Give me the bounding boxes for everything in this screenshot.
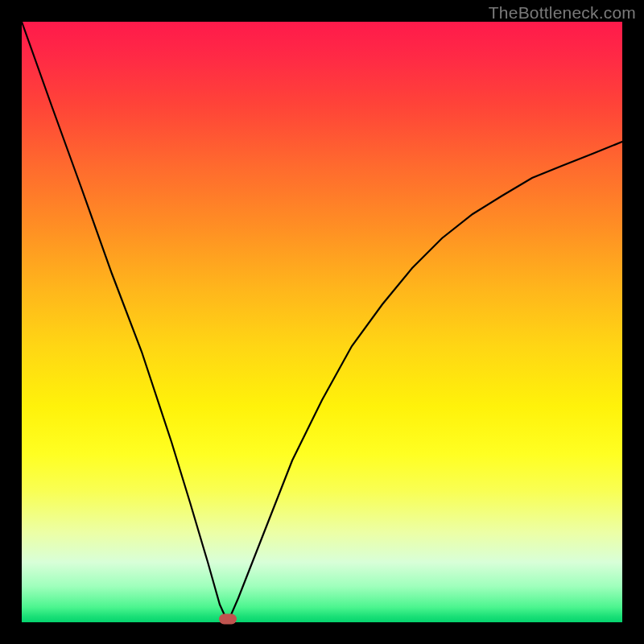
chart-outer-frame: TheBottleneck.com [0, 0, 644, 644]
curve-path [22, 22, 622, 622]
watermark-text: TheBottleneck.com [489, 3, 636, 23]
chart-plot-area [22, 22, 622, 622]
optimal-point-marker [219, 614, 237, 625]
bottleneck-curve [22, 22, 622, 622]
